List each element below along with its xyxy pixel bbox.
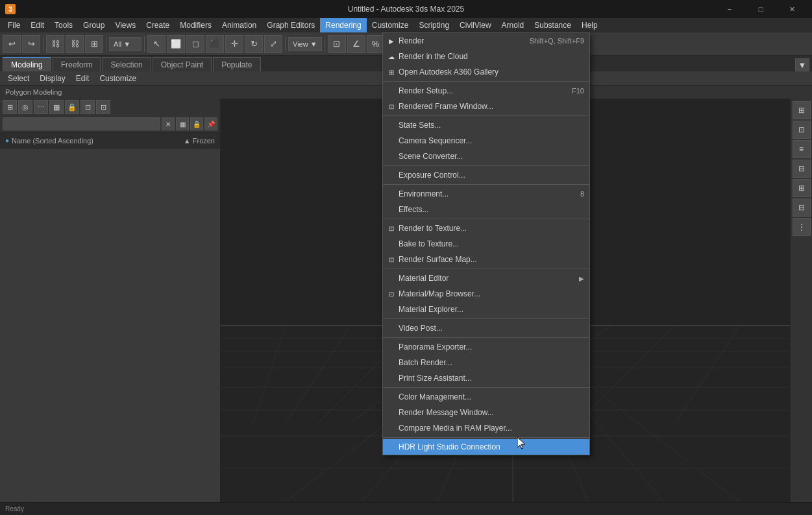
menu-item-environment[interactable]: Environment... 8 <box>383 186 589 202</box>
search-lock-button[interactable]: 🔒 <box>190 117 203 130</box>
menu-item-compare-media[interactable]: Compare Media in RAM Player... <box>383 420 589 436</box>
menu-graph-editors[interactable]: Graph Editors <box>262 18 320 32</box>
search-clear-button[interactable]: ✕ <box>162 117 175 130</box>
lp-btn-3[interactable]: ⋯ <box>34 100 48 114</box>
lp-btn-6[interactable]: ⊡ <box>96 100 110 114</box>
view-dropdown[interactable]: View ▼ <box>288 37 322 51</box>
select-crossing-button[interactable]: ⬛ <box>206 35 224 53</box>
maximize-button[interactable]: □ <box>746 0 776 18</box>
select-region-button[interactable]: ⬜ <box>167 35 185 53</box>
menu-tools[interactable]: Tools <box>49 18 78 32</box>
menu-modifiers[interactable]: Modifiers <box>175 18 217 32</box>
tab-freeform[interactable]: Freeform <box>53 57 101 71</box>
right-icon-1[interactable]: ⊞ <box>793 101 811 119</box>
menu-item-render-to-texture[interactable]: ⊡ Render to Texture... <box>383 221 589 236</box>
scene-list[interactable] <box>0 149 220 515</box>
submenu-edit[interactable]: Edit <box>71 71 95 86</box>
right-panel: ⊞ ⊡ ≡ ⊟ ⊞ ⊟ ⋮ <box>790 99 812 515</box>
separator-8 <box>383 337 589 338</box>
snap-toggle-button[interactable]: ⊡ <box>328 35 346 53</box>
menu-item-material-editor[interactable]: Material Editor ▶ <box>383 270 589 286</box>
menu-item-color-management[interactable]: Color Management... <box>383 389 589 405</box>
tab-selection[interactable]: Selection <box>102 57 151 71</box>
bind-button[interactable]: ⊞ <box>85 35 103 53</box>
tab-object-paint[interactable]: Object Paint <box>153 57 212 71</box>
menu-item-video-post[interactable]: Video Post... <box>383 320 589 336</box>
rotate-button[interactable]: ↻ <box>245 35 263 53</box>
right-icon-3[interactable]: ≡ <box>793 140 811 158</box>
right-icon-5[interactable]: ⊞ <box>793 179 811 197</box>
menu-create[interactable]: Create <box>141 18 175 32</box>
menu-item-render-setup[interactable]: Render Setup... F10 <box>383 83 589 99</box>
select-window-button[interactable]: ◻ <box>186 35 204 53</box>
menu-item-state-sets[interactable]: State Sets... <box>383 117 589 133</box>
submenu-display[interactable]: Display <box>34 71 70 86</box>
angle-snap-button[interactable]: ∠ <box>347 35 365 53</box>
filter-dropdown[interactable]: All ▼ <box>109 37 141 51</box>
menu-item-render[interactable]: ▶ Render Shift+Q, Shift+F9 <box>383 33 589 49</box>
menu-item-batch-render[interactable]: Batch Render... <box>383 355 589 370</box>
close-button[interactable]: ✕ <box>777 0 807 18</box>
menu-item-scene-converter[interactable]: Scene Converter... <box>383 149 589 164</box>
redo-button[interactable]: ↪ <box>22 35 40 53</box>
search-input[interactable] <box>3 117 160 130</box>
right-icon-2[interactable]: ⊡ <box>793 121 811 139</box>
menu-item-render-message[interactable]: Render Message Window... <box>383 405 589 420</box>
toolbar-separator-5 <box>325 36 325 52</box>
menu-file[interactable]: File <box>3 18 25 32</box>
move-button[interactable]: ✛ <box>225 35 243 53</box>
menu-item-camera-sequencer[interactable]: Camera Sequencer... <box>383 133 589 149</box>
search-pin-button[interactable]: 📌 <box>204 117 217 130</box>
right-icon-6[interactable]: ⊟ <box>793 198 811 217</box>
menu-item-panorama-exporter[interactable]: Panorama Exporter... <box>383 339 589 355</box>
menu-bar: File Edit Tools Group Views Create Modif… <box>0 18 812 32</box>
right-icon-4[interactable]: ⊟ <box>793 160 811 178</box>
lp-btn-filter[interactable]: ▦ <box>49 100 64 114</box>
rendering-dropdown-menu: ▶ Render Shift+Q, Shift+F9 ☁ Render in t… <box>382 32 590 455</box>
lp-btn-1[interactable]: ⊞ <box>3 100 17 114</box>
menu-views[interactable]: Views <box>110 18 141 32</box>
lp-btn-lock[interactable]: 🔒 <box>65 100 79 114</box>
lp-btn-2[interactable]: ◎ <box>18 100 32 114</box>
undo-button[interactable]: ↩ <box>3 35 21 53</box>
menu-substance[interactable]: Substance <box>529 18 576 32</box>
menu-help[interactable]: Help <box>576 18 603 32</box>
tab-populate[interactable]: Populate <box>213 57 260 71</box>
tab-modeling[interactable]: Modeling <box>3 57 51 71</box>
lp-btn-5[interactable]: ⊡ <box>80 100 95 114</box>
menu-customize[interactable]: Customize <box>367 18 414 32</box>
toolbar-separator-1 <box>43 36 43 52</box>
menu-item-print-size[interactable]: Print Size Assistant... <box>383 370 589 386</box>
menu-item-material-map-browser[interactable]: ⊡ Material/Map Browser... <box>383 286 589 302</box>
submenu-select[interactable]: Select <box>3 71 34 86</box>
menu-item-effects[interactable]: Effects... <box>383 202 589 217</box>
menu-item-render-surface-map[interactable]: ⊡ Render Surface Map... <box>383 252 589 267</box>
menu-edit[interactable]: Edit <box>25 18 49 32</box>
menu-item-render-cloud[interactable]: ☁ Render in the Cloud <box>383 49 589 64</box>
scale-button[interactable]: ⤢ <box>264 35 282 53</box>
menu-item-bake-to-texture[interactable]: Bake to Texture... <box>383 236 589 252</box>
a360-icon: ⊞ <box>387 67 396 77</box>
menu-animation[interactable]: Animation <box>217 18 262 32</box>
link-button[interactable]: ⛓ <box>46 35 64 53</box>
menu-item-exposure-control[interactable]: Exposure Control... <box>383 167 589 183</box>
menu-rendering[interactable]: Rendering <box>320 18 366 32</box>
menu-item-a360-gallery[interactable]: ⊞ Open Autodesk A360 Gallery <box>383 64 589 80</box>
menu-item-hdr-light-studio[interactable]: HDR Light Studio Connection <box>383 439 589 455</box>
unlink-button[interactable]: ⛓ <box>66 35 84 53</box>
menu-item-material-explorer[interactable]: Material Explorer... <box>383 302 589 317</box>
tab-options-button[interactable]: ▼ <box>795 58 809 71</box>
status-bar: Ready <box>0 502 812 515</box>
right-icon-7[interactable]: ⋮ <box>793 218 811 236</box>
menu-civilview[interactable]: CivilView <box>454 18 496 32</box>
select-button[interactable]: ↖ <box>147 35 166 53</box>
left-panel-toolbar: ⊞ ◎ ⋯ ▦ 🔒 ⊡ ⊡ <box>0 99 220 115</box>
breadcrumb-text: Polygon Modeling <box>5 88 62 96</box>
minimize-button[interactable]: − <box>715 0 744 18</box>
menu-group[interactable]: Group <box>78 18 110 32</box>
menu-scripting[interactable]: Scripting <box>413 18 454 32</box>
menu-arnold[interactable]: Arnold <box>497 18 530 32</box>
submenu-customize[interactable]: Customize <box>94 71 141 86</box>
menu-item-rendered-frame[interactable]: ⊡ Rendered Frame Window... <box>383 99 589 114</box>
search-filter-button[interactable]: ▦ <box>176 117 189 130</box>
